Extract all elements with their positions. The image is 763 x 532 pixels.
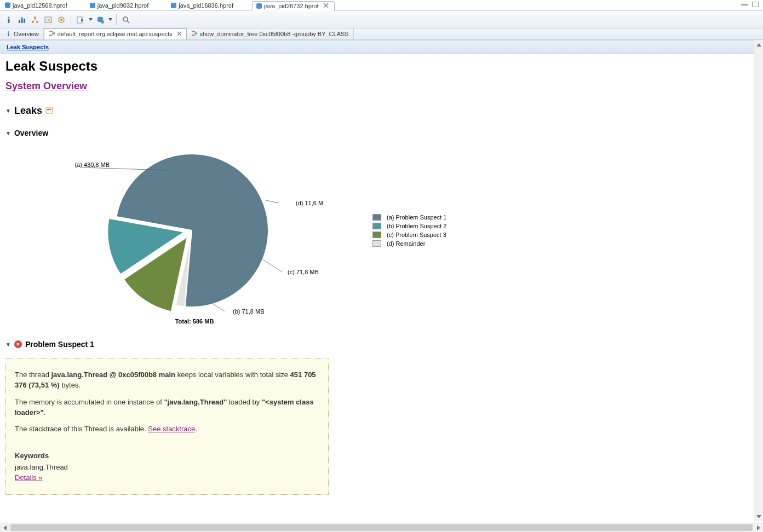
legend-item: (a) Problem Suspect 1 bbox=[372, 214, 446, 221]
problem-text: keeps local variables with total size bbox=[175, 371, 290, 379]
close-icon[interactable] bbox=[323, 3, 329, 9]
problem-suspect-box: The thread java.lang.Thread @ 0xc05f00b8… bbox=[5, 358, 329, 495]
file-tab-label: java_pid12568.hprof bbox=[13, 2, 67, 9]
scroll-right-icon[interactable] bbox=[754, 523, 763, 532]
breadcrumb: Leak Suspects bbox=[0, 40, 754, 54]
svg-point-20 bbox=[123, 17, 128, 21]
svg-point-5 bbox=[8, 16, 9, 18]
breadcrumb-link[interactable]: Leak Suspects bbox=[7, 44, 49, 50]
scroll-up-icon[interactable] bbox=[754, 40, 763, 49]
tree-icon bbox=[49, 30, 55, 38]
info-button[interactable] bbox=[3, 14, 14, 26]
svg-rect-6 bbox=[8, 19, 10, 23]
sub-tab-overview[interactable]: Overview bbox=[1, 28, 44, 39]
problem-text: The thread bbox=[15, 371, 51, 379]
dropdown-icon[interactable] bbox=[88, 18, 93, 21]
database-icon bbox=[256, 3, 262, 9]
oql-button[interactable]: OQL bbox=[43, 14, 54, 26]
search-button[interactable] bbox=[121, 14, 131, 26]
histogram-button[interactable] bbox=[16, 14, 27, 26]
svg-rect-26 bbox=[192, 31, 194, 32]
svg-rect-31 bbox=[49, 109, 51, 110]
sub-tab-dominator[interactable]: show_dominator_tree 0xc05f00b8 -groupby … bbox=[187, 28, 354, 39]
system-overview-link[interactable]: System Overview bbox=[5, 80, 87, 91]
legend-label: (c) Problem Suspect 3 bbox=[387, 232, 446, 238]
toolbar-separator bbox=[116, 14, 117, 25]
svg-rect-22 bbox=[8, 33, 9, 36]
minimize-icon[interactable] bbox=[741, 2, 748, 5]
svg-point-19 bbox=[101, 20, 104, 24]
legend-label: (b) Problem Suspect 2 bbox=[387, 223, 446, 229]
svg-rect-24 bbox=[49, 34, 51, 36]
file-tab-active[interactable]: java_pid28732.hprof bbox=[252, 1, 335, 11]
chart-legend: (a) Problem Suspect 1(b) Problem Suspect… bbox=[372, 214, 446, 249]
scroll-thumb[interactable] bbox=[10, 524, 753, 531]
pie-slice-label: (d) 11,6 MB bbox=[296, 200, 323, 206]
dropdown-icon[interactable] bbox=[108, 18, 112, 21]
sub-tab-label: show_dominator_tree 0xc05f00b8 -groupby … bbox=[200, 31, 349, 37]
stacktrace-link[interactable]: See stacktrace bbox=[148, 425, 195, 433]
svg-rect-23 bbox=[49, 31, 51, 32]
dominator-tree-button[interactable] bbox=[30, 14, 41, 26]
pie-slice-label: (b) 71,8 MB bbox=[233, 308, 264, 315]
svg-point-16 bbox=[60, 19, 62, 21]
legend-item: (b) Problem Suspect 2 bbox=[372, 223, 446, 229]
scroll-down-icon[interactable] bbox=[754, 512, 763, 521]
sub-tab-suspects[interactable]: default_report org.eclipse.mat.api:suspe… bbox=[44, 28, 187, 39]
toolbar-separator bbox=[71, 14, 71, 25]
database-icon bbox=[89, 2, 96, 9]
pie-chart: (d) 11,6 MB(c) 71,8 MB(b) 71,8 MB(a) 430… bbox=[5, 143, 323, 329]
keywords-value: java.lang.Thread bbox=[15, 462, 319, 473]
file-tab[interactable]: java_pid12568.hprof bbox=[1, 1, 73, 10]
collapse-icon[interactable]: ▼ bbox=[5, 342, 11, 348]
problem-class: "java.lang.Thread" bbox=[164, 398, 227, 406]
svg-rect-29 bbox=[46, 108, 53, 113]
horizontal-scrollbar[interactable] bbox=[0, 523, 763, 532]
scroll-left-icon[interactable] bbox=[0, 523, 9, 532]
sub-tab-label: default_report org.eclipse.mat.api:suspe… bbox=[58, 31, 173, 37]
legend-swatch bbox=[372, 232, 381, 238]
maximize-icon[interactable] bbox=[752, 2, 759, 7]
svg-rect-7 bbox=[19, 20, 20, 23]
svg-point-10 bbox=[34, 16, 36, 19]
close-icon[interactable] bbox=[177, 31, 182, 37]
svg-rect-9 bbox=[24, 19, 25, 23]
svg-text:OQL: OQL bbox=[46, 18, 52, 22]
vertical-scrollbar[interactable] bbox=[754, 40, 763, 521]
legend-item: (d) Remainder bbox=[372, 240, 446, 247]
pie-slice-label: (a) 430,8 MB bbox=[74, 161, 110, 168]
problem-text: bytes. bbox=[60, 381, 81, 389]
query-browser-button[interactable] bbox=[95, 14, 106, 26]
toolbar: OQL bbox=[0, 11, 763, 28]
section-header: Problem Suspect 1 bbox=[25, 340, 94, 349]
collapse-icon[interactable]: ▼ bbox=[5, 108, 11, 114]
file-tab[interactable]: java_pid9032.hprof bbox=[86, 1, 154, 10]
details-link[interactable]: Details » bbox=[15, 473, 43, 482]
thread-button[interactable] bbox=[56, 14, 67, 26]
legend-label: (d) Remainder bbox=[387, 240, 425, 247]
svg-point-11 bbox=[32, 21, 34, 23]
file-tab-label: java_pid28732.hprof bbox=[264, 3, 319, 9]
file-tab-label: java_pid16836.hprof bbox=[179, 2, 233, 9]
collapse-icon[interactable]: ▼ bbox=[5, 130, 11, 136]
legend-swatch bbox=[372, 223, 381, 229]
legend-label: (a) Problem Suspect 1 bbox=[387, 214, 446, 221]
file-tab-label: java_pid9032.hprof bbox=[97, 2, 149, 9]
legend-swatch bbox=[372, 214, 381, 221]
keywords-header: Keywords bbox=[15, 452, 49, 460]
problem-text: loaded by bbox=[227, 398, 262, 406]
section-header: Leaks bbox=[14, 105, 42, 117]
file-tab[interactable]: java_pid16836.hprof bbox=[167, 1, 239, 10]
run-report-button[interactable] bbox=[75, 14, 86, 26]
legend-swatch bbox=[372, 240, 381, 247]
problem-text: . bbox=[195, 425, 197, 433]
window-controls bbox=[741, 2, 759, 7]
error-icon: ✕ bbox=[14, 340, 22, 348]
tree-icon bbox=[191, 30, 198, 38]
database-icon bbox=[4, 2, 11, 9]
svg-point-21 bbox=[8, 31, 9, 33]
pie-slice-label: (c) 71,8 MB bbox=[288, 269, 319, 275]
svg-point-12 bbox=[36, 21, 38, 23]
problem-text: . bbox=[44, 408, 46, 417]
svg-rect-8 bbox=[21, 18, 23, 23]
